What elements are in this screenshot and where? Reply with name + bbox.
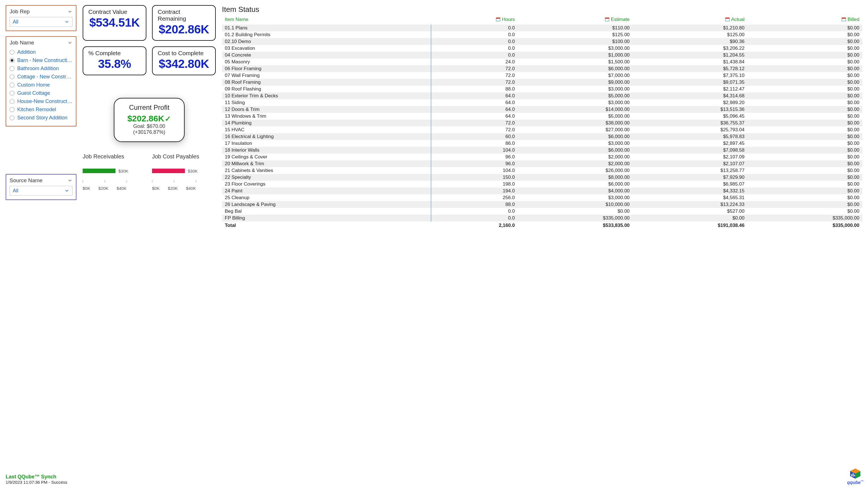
table-title: Item Status	[222, 5, 862, 14]
table-row[interactable]: 16 Electrical & Lighting60.0$6,000.00$5,…	[222, 133, 862, 140]
table-row[interactable]: FP Billing0.0$335,000.00$0.00$335,000.00	[222, 215, 862, 222]
chart-title: Job Cost Payables	[152, 153, 216, 160]
table-cell: $5,978.83	[632, 133, 747, 140]
table-row[interactable]: 17 Insulation86.0$3,000.00$2,897.45$0.00	[222, 140, 862, 147]
table-cell: 72.0	[431, 72, 518, 79]
table-row[interactable]: 08 Roof Framing72.0$9,000.00$9,071.35$0.…	[222, 79, 862, 86]
table-cell: $335,000.00	[518, 215, 632, 222]
table-cell: $0.00	[747, 126, 862, 133]
column-header[interactable]: Billed	[747, 16, 862, 25]
table-cell: $2,112.47	[632, 86, 747, 93]
bar	[152, 169, 185, 173]
table-cell: 104.0	[431, 147, 518, 154]
table-row[interactable]: 06 Floor Framing72.0$6,000.00$5,728.12$0…	[222, 65, 862, 72]
table-row[interactable]: 09 Roof Flashing88.0$3,000.00$2,112.47$0…	[222, 86, 862, 93]
kpi-label: Cost to Complete	[158, 50, 210, 57]
table-row[interactable]: 02.10 Demo0.0$100.00$90.36$0.00	[222, 38, 862, 45]
table-row[interactable]: 12 Doors & Trim64.0$14,000.00$13,515.36$…	[222, 106, 862, 113]
table-cell: $1,438.84	[632, 59, 747, 65]
kpi-contract-value: Contract Value $534.51K	[83, 5, 146, 41]
radio-icon	[10, 74, 14, 79]
table-row[interactable]: 19 Ceilings & Cover96.0$2,000.00$2,107.0…	[222, 154, 862, 160]
table-row[interactable]: 21 Cabinets & Vanities104.0$26,000.00$13…	[222, 167, 862, 174]
source-name-dropdown[interactable]: All	[10, 186, 72, 195]
table-cell: $3,000.00	[518, 45, 632, 52]
job-name-option-label: Kitchen Remodel	[17, 107, 56, 112]
table-cell: $6,000.00	[518, 181, 632, 188]
table-row[interactable]: 23 Floor Coverings198.0$6,000.00$6,985.0…	[222, 181, 862, 188]
table-cell: 03 Excavation	[222, 45, 431, 52]
table-cell: 64.0	[431, 113, 518, 120]
job-name-option[interactable]: House-New Construction	[10, 97, 72, 105]
table-cell: 08 Roof Framing	[222, 79, 431, 86]
sync-title: Last QQube™ Synch	[6, 474, 67, 480]
table-cell: $0.00	[747, 201, 862, 208]
job-name-option[interactable]: Kitchen Remodel	[10, 105, 72, 114]
job-name-option-label: Guest Cottage	[17, 90, 50, 96]
job-rep-dropdown[interactable]: All	[10, 17, 72, 27]
table-cell: 0.0	[431, 25, 518, 31]
table-cell: 64.0	[431, 106, 518, 113]
table-cell: 24 Paint	[222, 188, 431, 194]
profit-delta: (+30176.87%)	[126, 129, 173, 135]
table-row[interactable]: 22 Specialty150.0$8,000.00$7,929.90$0.00	[222, 174, 862, 181]
table-cell: 60.0	[431, 133, 518, 140]
table-row[interactable]: 10 Exterior Trim & Decks64.0$5,000.00$4,…	[222, 93, 862, 99]
table-row[interactable]: 18 Interior Walls104.0$6,000.00$7,098.58…	[222, 147, 862, 154]
job-name-option[interactable]: Cottage - New Constructi...	[10, 73, 72, 81]
column-header[interactable]: Item Name	[222, 16, 431, 25]
column-header[interactable]: Actual	[632, 16, 747, 25]
table-row[interactable]: 25 Cleanup256.0$3,000.00$4,565.31$0.00	[222, 194, 862, 201]
table-cell: 12 Doors & Trim	[222, 106, 431, 113]
table-cell: $1,210.80	[632, 25, 747, 31]
table-row[interactable]: 03 Excavation0.0$3,000.00$3,206.22$0.00	[222, 45, 862, 52]
source-name-label: Source Name	[10, 177, 42, 184]
table-cell: $0.00	[747, 167, 862, 174]
table-row[interactable]: Beg Bal0.0$0.00$527.00$0.00	[222, 208, 862, 215]
radio-icon	[10, 58, 14, 63]
job-name-option[interactable]: Bathroom Addition	[10, 65, 72, 73]
job-rep-slicer[interactable]: Job Rep All	[6, 5, 76, 31]
table-row[interactable]: 14 Plumbing72.0$38,000.00$36,755.37$0.00	[222, 120, 862, 126]
table-cell: $3,206.22	[632, 45, 747, 52]
table-row[interactable]: 26 Landscape & Paving88.0$10,000.00$13,2…	[222, 201, 862, 208]
table-cell: 24.0	[431, 59, 518, 65]
job-name-option[interactable]: Second Story Addition	[10, 114, 72, 122]
job-name-option[interactable]: Addition	[10, 48, 72, 56]
table-cell: 64.0	[431, 99, 518, 106]
table-cell: 20 Millwork & Trim	[222, 160, 431, 167]
table-row[interactable]: 13 Windows & Trim64.0$5,000.00$5,096.45$…	[222, 113, 862, 120]
table-row[interactable]: 01.1 Plans0.0$110.00$1,210.80$0.00	[222, 25, 862, 31]
table-cell: $26,000.00	[518, 167, 632, 174]
job-name-option[interactable]: Guest Cottage	[10, 89, 72, 97]
table-cell: 104.0	[431, 167, 518, 174]
table-cell: $0.00	[747, 86, 862, 93]
table-cell: $7,929.90	[632, 174, 747, 181]
table-cell: $2,107.07	[632, 160, 747, 167]
kpi-value: $534.51K	[88, 16, 141, 29]
job-name-option-label: Barn - New Construction	[17, 58, 72, 63]
table-row[interactable]: 24 Paint194.0$4,000.00$4,332.15$0.00	[222, 188, 862, 194]
source-name-slicer[interactable]: Source Name All	[6, 174, 76, 200]
table-row[interactable]: 04 Concrete0.0$1,000.00$1,204.55$0.00	[222, 52, 862, 59]
job-rep-label: Job Rep	[10, 8, 30, 15]
table-row[interactable]: 07 Wall Framing72.0$7,000.00$7,375.10$0.…	[222, 72, 862, 79]
table-header-icon	[496, 18, 500, 21]
table-cell: $2,000.00	[518, 160, 632, 167]
kpi-contract-remaining: Contract Remaining $202.86K	[152, 5, 216, 41]
kpi-value: $342.80K	[158, 57, 210, 71]
job-name-option[interactable]: Barn - New Construction	[10, 56, 72, 65]
table-row[interactable]: 15 HVAC72.0$27,000.00$25,793.04$0.00	[222, 126, 862, 133]
table-row[interactable]: 05 Masonry24.0$1,500.00$1,438.84$0.00	[222, 59, 862, 65]
table-cell: 11 Siding	[222, 99, 431, 106]
table-row[interactable]: 20 Millwork & Trim96.0$2,000.00$2,107.07…	[222, 160, 862, 167]
table-row[interactable]: 11 Siding64.0$3,000.00$2,989.20$0.00	[222, 99, 862, 106]
job-name-option[interactable]: Custom Home	[10, 81, 72, 89]
job-name-slicer[interactable]: Job Name AdditionBarn - New Construction…	[6, 36, 76, 126]
column-header[interactable]: Hours	[431, 16, 518, 25]
axis-tick-label: $0K	[83, 186, 90, 191]
mini-bar-chart: Job Cost Payables$30K$0K$20K$40K	[152, 153, 216, 191]
table-cell: 72.0	[431, 120, 518, 126]
column-header[interactable]: Estimate	[518, 16, 632, 25]
table-row[interactable]: 01.2 Building Permits0.0$125.00$125.00$0…	[222, 31, 862, 38]
